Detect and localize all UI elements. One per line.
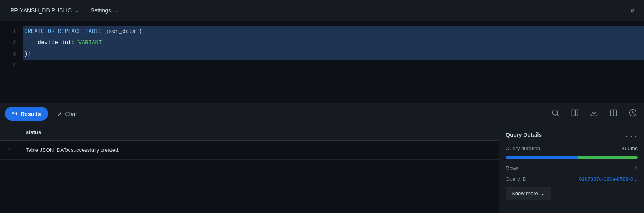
code-line-4 xyxy=(23,60,644,71)
kw-close: ); xyxy=(24,48,31,60)
settings-chevron-icon: ⌄ xyxy=(114,8,118,13)
query-duration-label: Query duration xyxy=(506,145,540,151)
duration-bar-green xyxy=(578,156,638,159)
svg-rect-2 xyxy=(572,110,574,116)
code-line-2: device_info VARIANT xyxy=(23,37,644,48)
results-tab-bar: ↪ Results ↗ Chart xyxy=(0,103,644,124)
settings-button[interactable]: Settings ⌄ xyxy=(87,5,122,16)
db-chevron-icon: ⌄ xyxy=(75,8,79,13)
duration-bar-track xyxy=(506,156,638,159)
table-header: status xyxy=(0,124,499,141)
line-num-3: 3 xyxy=(0,48,16,60)
show-more-chevron-icon: ⌄ xyxy=(541,190,545,196)
rows-value: 1 xyxy=(635,165,638,171)
query-id-row: Query ID 01b7387c-020a-8588-0... xyxy=(506,176,638,182)
download-icon[interactable] xyxy=(588,106,601,121)
query-duration-value: 460ms xyxy=(622,145,638,151)
search-icon[interactable]: ⌕ xyxy=(627,3,638,18)
kw-create: CREATE OR REPLACE TABLE xyxy=(24,26,102,37)
line-numbers: 1 2 3 4 xyxy=(0,21,23,103)
history-icon[interactable] xyxy=(626,106,639,121)
line-num-4: 4 xyxy=(0,60,16,71)
code-content[interactable]: CREATE OR REPLACE TABLE json_data ( devi… xyxy=(23,21,644,103)
code-line-3: ); xyxy=(23,48,644,60)
code-line-1: CREATE OR REPLACE TABLE json_data ( xyxy=(23,26,644,37)
query-duration-row: Query duration 460ms xyxy=(506,145,638,151)
line-num-1: 1 xyxy=(0,26,16,37)
columns-icon[interactable] xyxy=(568,106,581,121)
show-more-label: Show more xyxy=(512,190,538,196)
row-cell-status-1: Table JSON_DATA successfully created. xyxy=(19,147,126,153)
line-num-2: 2 xyxy=(0,37,16,48)
svg-rect-3 xyxy=(576,110,578,116)
split-icon[interactable] xyxy=(607,106,620,121)
more-options-icon[interactable]: ... xyxy=(625,131,638,139)
table-row: 1 Table JSON_DATA successfully created. xyxy=(0,141,499,160)
query-id-value[interactable]: 01b7387c-020a-8588-0... xyxy=(579,176,638,182)
query-details-panel: Query Details ... Query duration 460ms R… xyxy=(499,124,644,213)
duration-bar xyxy=(506,156,638,159)
results-tab[interactable]: ↪ Results xyxy=(5,107,48,121)
column-header-status: status xyxy=(19,129,47,135)
results-tab-label: Results xyxy=(21,111,41,117)
kw-indent: device_info xyxy=(24,37,78,48)
search-results-icon[interactable] xyxy=(549,106,562,121)
chart-tab-label: Chart xyxy=(65,111,79,117)
query-details-header: Query Details ... xyxy=(506,131,638,139)
results-icon: ↪ xyxy=(12,110,17,118)
rows-label: Rows xyxy=(506,165,519,171)
top-bar-separator xyxy=(85,6,85,14)
results-toolbar xyxy=(549,106,639,121)
svg-line-1 xyxy=(557,114,559,116)
query-id-label: Query ID xyxy=(506,176,526,182)
db-selector-label: PRIYANSH_DB.PUBLIC xyxy=(10,7,72,14)
rows-row: Rows 1 xyxy=(506,165,638,171)
code-editor[interactable]: 1 2 3 4 CREATE OR REPLACE TABLE json_dat… xyxy=(0,21,644,103)
settings-label: Settings xyxy=(91,7,111,14)
top-bar-right: ⌕ xyxy=(627,3,638,18)
chart-tab[interactable]: ↗ Chart xyxy=(50,108,86,120)
query-details-title: Query Details xyxy=(506,132,542,138)
svg-point-0 xyxy=(553,110,558,115)
duration-bar-blue xyxy=(506,156,578,159)
main-content: status 1 Table JSON_DATA successfully cr… xyxy=(0,124,644,213)
kw-variant: VARIANT xyxy=(78,37,102,48)
show-more-button[interactable]: Show more ⌄ xyxy=(506,187,551,200)
chart-icon: ↗ xyxy=(57,111,62,117)
results-table: status 1 Table JSON_DATA successfully cr… xyxy=(0,124,499,213)
row-number-1: 1 xyxy=(0,147,19,153)
kw-tablename: json_data ( xyxy=(102,26,142,37)
top-bar: PRIYANSH_DB.PUBLIC ⌄ Settings ⌄ ⌕ xyxy=(0,0,644,21)
db-selector[interactable]: PRIYANSH_DB.PUBLIC ⌄ xyxy=(6,5,83,16)
